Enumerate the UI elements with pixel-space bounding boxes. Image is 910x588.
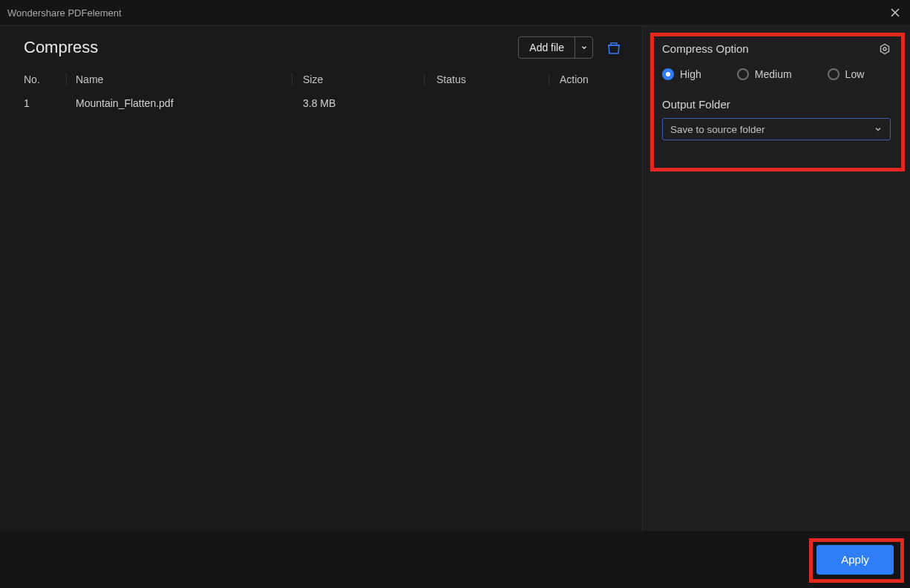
- close-icon[interactable]: [889, 7, 901, 19]
- settings-icon[interactable]: [879, 43, 891, 55]
- footer: Apply: [0, 531, 910, 588]
- add-file-caret[interactable]: [575, 37, 592, 58]
- add-file-button[interactable]: Add file: [518, 36, 593, 59]
- output-folder-label: Output Folder: [662, 98, 891, 111]
- output-folder-value: Save to source folder: [670, 124, 765, 135]
- clear-list-icon[interactable]: [606, 40, 621, 55]
- options-header: Compress Option: [662, 42, 891, 55]
- radio-low[interactable]: Low: [828, 68, 865, 80]
- col-header-name: Name: [67, 74, 292, 85]
- apply-button[interactable]: Apply: [816, 545, 894, 575]
- radio-medium-indicator: [737, 68, 749, 80]
- svg-point-1: [883, 48, 886, 50]
- table-header: No. Name Size Status Action: [0, 66, 642, 93]
- add-file-label[interactable]: Add file: [519, 37, 575, 58]
- cell-size: 3.8 MB: [292, 97, 425, 109]
- compress-level-radios: High Medium Low: [662, 68, 891, 80]
- output-folder-dropdown[interactable]: Save to source folder: [662, 118, 891, 140]
- svg-marker-0: [881, 44, 889, 53]
- left-pane: Compress Add file No.: [0, 26, 643, 531]
- options-title: Compress Option: [662, 42, 749, 55]
- col-header-status: Status: [425, 74, 549, 85]
- page-title: Compress: [24, 38, 98, 57]
- right-pane: Compress Option High Medium: [643, 26, 910, 531]
- radio-high[interactable]: High: [662, 68, 701, 80]
- titlebar: Wondershare PDFelement: [0, 0, 910, 26]
- cell-no: 1: [24, 97, 67, 109]
- chevron-down-icon: [874, 125, 883, 134]
- left-header: Compress Add file: [0, 26, 642, 66]
- table-row[interactable]: 1 Mountain_Flatten.pdf 3.8 MB: [0, 93, 642, 114]
- header-actions: Add file: [518, 36, 621, 59]
- cell-action: [549, 97, 642, 109]
- radio-medium[interactable]: Medium: [737, 68, 792, 80]
- col-header-size: Size: [292, 74, 425, 85]
- cell-status: [425, 97, 549, 109]
- compress-options: Compress Option High Medium: [643, 26, 910, 140]
- cell-name: Mountain_Flatten.pdf: [67, 97, 292, 109]
- workspace: Compress Add file No.: [0, 26, 910, 531]
- app-title: Wondershare PDFelement: [7, 7, 122, 19]
- radio-medium-label: Medium: [755, 68, 792, 80]
- radio-high-indicator: [662, 68, 674, 80]
- col-header-no: No.: [24, 74, 67, 85]
- radio-low-indicator: [828, 68, 839, 80]
- radio-low-label: Low: [845, 68, 865, 80]
- col-header-action: Action: [549, 74, 642, 85]
- radio-high-label: High: [680, 68, 701, 80]
